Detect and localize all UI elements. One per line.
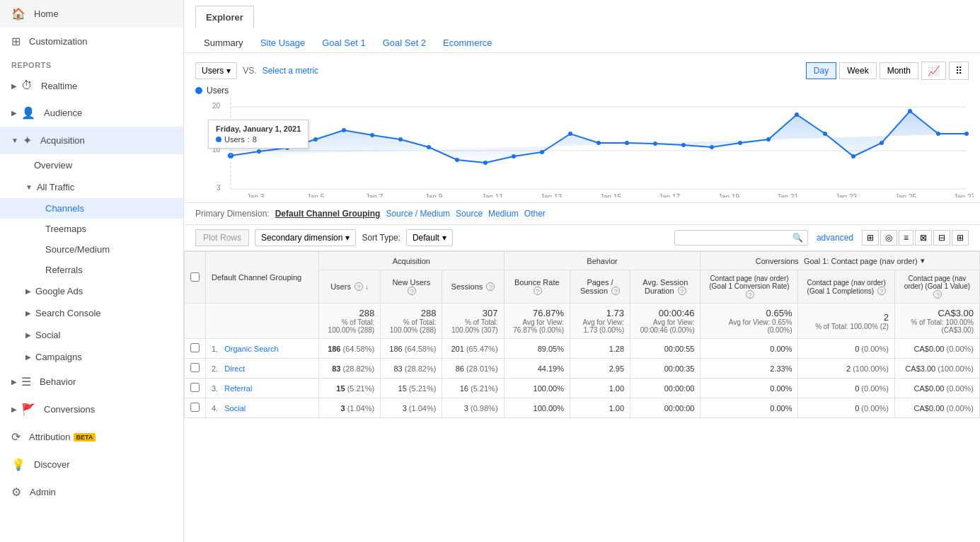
sort-type-dropdown[interactable]: Default ▾ xyxy=(406,229,453,246)
legend-label-users: Users xyxy=(207,86,229,96)
value-help-icon[interactable]: ? xyxy=(933,290,942,299)
table-view-btn[interactable]: ⊞ xyxy=(862,230,879,246)
time-btn-month[interactable]: Month xyxy=(880,62,918,79)
new-users-help-icon[interactable]: ? xyxy=(408,287,416,295)
metric-dropdown[interactable]: Users ▾ xyxy=(195,62,237,79)
select-metric-link[interactable]: Select a metric xyxy=(263,66,318,76)
svg-point-32 xyxy=(964,132,969,136)
row-checkbox[interactable] xyxy=(190,343,200,352)
select-all-checkbox[interactable] xyxy=(190,272,200,282)
pivot-view-btn[interactable]: ⊠ xyxy=(915,230,932,246)
home-icon: 🏠 xyxy=(11,7,25,21)
row-channel-link[interactable]: Organic Search xyxy=(224,345,278,353)
behavior-icon: ☰ xyxy=(21,375,31,388)
svg-text:Jan 23: Jan 23 xyxy=(836,193,857,197)
sidebar-item-attribution[interactable]: ⟳ Attribution BETA xyxy=(0,423,183,451)
sidebar-item-overview[interactable]: Overview xyxy=(0,154,183,176)
dim-source-medium[interactable]: Source / Medium xyxy=(386,209,450,219)
users-sort-arrow[interactable]: ↓ xyxy=(365,283,369,291)
totals-sessions-val: 307 xyxy=(448,308,497,318)
sidebar-item-source-medium[interactable]: Source/Medium xyxy=(0,239,183,260)
subtab-ecommerce[interactable]: Ecommerce xyxy=(434,33,500,52)
secondary-dim-dropdown[interactable]: Secondary dimension ▾ xyxy=(255,229,356,246)
row-avg-duration: 00:00:55 xyxy=(630,339,701,359)
avg-session-help-icon[interactable]: ? xyxy=(678,287,686,295)
subtab-goal-set-2[interactable]: Goal Set 2 xyxy=(374,33,434,52)
row-channel-link[interactable]: Social xyxy=(224,404,246,413)
chart-line-btn[interactable]: 📈 xyxy=(921,62,946,80)
bounce-rate-help-icon[interactable]: ? xyxy=(534,287,542,295)
sidebar-item-all-traffic[interactable]: ▼ All Traffic xyxy=(0,176,183,198)
sidebar-item-google-ads[interactable]: ▶ Google Ads xyxy=(0,280,183,302)
svg-point-12 xyxy=(398,137,403,142)
dim-medium[interactable]: Medium xyxy=(488,209,519,219)
svg-point-15 xyxy=(483,161,488,165)
row-checkbox[interactable] xyxy=(190,363,200,372)
sidebar-item-admin[interactable]: ⚙ Admin xyxy=(0,478,183,506)
sidebar-item-conversions[interactable]: ▶ 🚩 Conversions xyxy=(0,396,183,423)
dim-other[interactable]: Other xyxy=(524,209,546,219)
row-checkbox[interactable] xyxy=(190,403,200,412)
explorer-tab[interactable]: Explorer xyxy=(195,6,254,29)
row-channel-link[interactable]: Referral xyxy=(224,384,252,393)
sidebar-item-campaigns[interactable]: ▶ Campaigns xyxy=(0,346,183,368)
search-icon[interactable]: 🔍 xyxy=(792,233,803,243)
sidebar-item-customization[interactable]: ⊞ Customization xyxy=(0,28,183,55)
sidebar-item-treemaps[interactable]: Treemaps xyxy=(0,219,183,239)
customization-icon: ⊞ xyxy=(11,35,21,48)
sessions-help-icon[interactable]: ? xyxy=(486,282,495,291)
sidebar-item-discover[interactable]: 💡 Discover xyxy=(0,451,183,478)
subtab-goal-set[interactable]: Goal Set 1 xyxy=(313,33,374,52)
pages-session-help-icon[interactable]: ? xyxy=(611,287,620,295)
secondary-dim-label: Secondary dimension xyxy=(261,233,342,243)
sidebar-item-realtime[interactable]: ▶ ⏱ Realtime xyxy=(0,72,183,99)
sidebar-item-channels[interactable]: Channels xyxy=(0,198,183,219)
row-avg-duration: 00:00:00 xyxy=(630,379,701,398)
sidebar-item-home[interactable]: 🏠 Home xyxy=(0,0,183,28)
th-conversions-header: Conversions Goal 1: Contact page (nav or… xyxy=(701,252,980,270)
svg-point-27 xyxy=(823,132,827,136)
view-icons: ⊞ ◎ ≡ ⊠ ⊟ ⊞ xyxy=(862,230,969,246)
cols-view-btn[interactable]: ⊞ xyxy=(952,230,969,246)
discover-label: Discover xyxy=(34,459,70,470)
conv-rate-help-icon[interactable]: ? xyxy=(746,290,754,299)
sidebar-item-referrals[interactable]: Referrals xyxy=(0,260,183,280)
sidebar-item-acquisition[interactable]: ▼ ✦ Acquisition xyxy=(0,127,183,154)
bar-view-btn[interactable]: ≡ xyxy=(899,230,913,246)
row-conv-rate: 2.33% xyxy=(701,359,798,379)
acquisition-icon: ✦ xyxy=(23,134,32,147)
row-checkbox[interactable] xyxy=(190,383,200,392)
advanced-link[interactable]: advanced xyxy=(817,233,853,243)
svg-point-25 xyxy=(766,137,771,142)
sidebar-item-behavior[interactable]: ▶ ☰ Behavior xyxy=(0,368,183,396)
compare-view-btn[interactable]: ⊟ xyxy=(933,230,950,246)
th-bounce-rate: Bounce Rate ? xyxy=(504,270,570,304)
dim-source[interactable]: Source xyxy=(456,209,483,219)
svg-point-18 xyxy=(568,132,572,136)
totals-pages-session: 1.73 Avg for View: 1.73 (0.00%) xyxy=(570,304,630,339)
totals-value: CA$3.00 % of Total: 100.00% (CA$3.00) xyxy=(894,304,979,339)
users-help-icon[interactable]: ? xyxy=(354,282,363,291)
completions-help-icon[interactable]: ? xyxy=(877,287,886,295)
pie-view-btn[interactable]: ◎ xyxy=(880,230,897,246)
th-conv-rate: Contact page (nav order) (Goal 1 Convers… xyxy=(701,270,798,304)
time-btn-week[interactable]: Week xyxy=(839,62,876,79)
row-channel-link[interactable]: Direct xyxy=(224,364,245,373)
sidebar-item-audience[interactable]: ▶ 👤 Audience xyxy=(0,99,183,127)
row-users: 186 (64.58%) xyxy=(319,339,381,359)
chart-dot-btn[interactable]: ⠿ xyxy=(949,62,969,80)
svg-point-19 xyxy=(596,141,601,145)
sidebar-item-social[interactable]: ▶ Social xyxy=(0,324,183,346)
dim-default-channel[interactable]: Default Channel Grouping xyxy=(275,209,381,219)
realtime-icon: ⏱ xyxy=(21,79,33,92)
svg-text:Jan 17: Jan 17 xyxy=(659,193,680,197)
subtab-site-usage[interactable]: Site Usage xyxy=(252,33,314,52)
plot-rows-button[interactable]: Plot Rows xyxy=(195,229,249,246)
conversions-goal-dropdown[interactable]: Goal 1: Contact page (nav order) ▾ xyxy=(804,256,925,265)
svg-point-24 xyxy=(738,141,742,145)
sidebar-item-search-console[interactable]: ▶ Search Console xyxy=(0,302,183,324)
subtab-summary[interactable]: Summary xyxy=(195,33,252,52)
table-row: 3. Referral 15 (5.21%) 15 (5.21%) 16 (5.… xyxy=(185,379,980,398)
time-btn-day[interactable]: Day xyxy=(806,62,836,79)
table-search-input[interactable] xyxy=(679,233,792,243)
